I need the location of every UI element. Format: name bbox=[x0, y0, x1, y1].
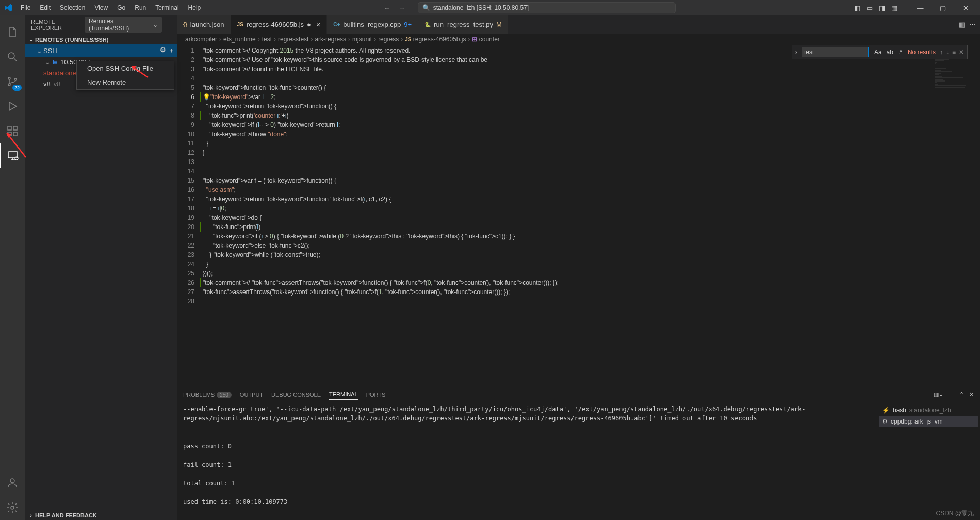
panel-tab-output[interactable]: OUTPUT bbox=[240, 389, 263, 400]
annotation-arrow-icon bbox=[130, 64, 151, 80]
svg-line-14 bbox=[133, 67, 148, 77]
breadcrumb-item[interactable]: regress bbox=[378, 36, 399, 43]
gear-icon[interactable]: ⚙ bbox=[160, 46, 166, 55]
breadcrumb-item[interactable]: JS regress-469605b.js bbox=[405, 36, 466, 43]
panel-tab-ports[interactable]: PORTS bbox=[366, 389, 386, 400]
context-new-remote[interactable]: New Remote bbox=[77, 75, 174, 89]
remote-select[interactable]: Remotes (Tunnels/SSH) ⌄ bbox=[85, 17, 162, 33]
context-open-config[interactable]: Open SSH Config File bbox=[77, 61, 174, 75]
files-icon bbox=[6, 26, 19, 38]
chevron-right-icon[interactable]: › bbox=[795, 48, 797, 56]
nav-back-icon[interactable]: ← bbox=[384, 4, 390, 12]
menubar: File Edit Selection View Go Run Terminal… bbox=[17, 2, 205, 13]
code-editor[interactable]: 1234567891011121314151617181920212223242… bbox=[177, 45, 980, 386]
tab-launch-json[interactable]: {}launch.json bbox=[177, 15, 231, 34]
annotation-arrow-icon bbox=[5, 132, 31, 163]
split-icon[interactable]: ▥⌄ bbox=[934, 391, 943, 398]
layout-left-icon[interactable]: ◧ bbox=[854, 4, 860, 12]
find-result: No results bbox=[908, 48, 936, 56]
file-icon: 🐍 bbox=[424, 22, 431, 27]
section-help[interactable]: › HELP AND FEEDBACK bbox=[25, 511, 177, 520]
svg-point-1 bbox=[8, 77, 10, 79]
change-marker bbox=[200, 278, 201, 287]
section-remotes[interactable]: ⌄ REMOTES (TUNNELS/SSH) bbox=[25, 35, 177, 44]
tab-builtins-regexp-cpp[interactable]: C+builtins_regexp.cpp9+ bbox=[327, 15, 418, 34]
activity-explorer[interactable] bbox=[0, 20, 25, 44]
breadcrumb-item[interactable]: ark-regress bbox=[315, 36, 346, 43]
panel-tab-problems[interactable]: PROBLEMS250 bbox=[183, 389, 232, 400]
panel-tab-debug-console[interactable]: DEBUG CONSOLE bbox=[271, 389, 321, 400]
breadcrumb-item[interactable]: ets_runtime bbox=[223, 36, 256, 43]
minimap[interactable] bbox=[934, 45, 980, 386]
more-icon[interactable]: ⋯ bbox=[969, 21, 976, 28]
tree-ssh[interactable]: ⌄ SSH ⚙ ＋ bbox=[25, 44, 177, 57]
split-icon[interactable]: ▥ bbox=[959, 21, 965, 28]
svg-rect-4 bbox=[8, 126, 11, 130]
svg-point-2 bbox=[8, 84, 10, 86]
breadcrumb-item[interactable]: ⊞ counter bbox=[472, 36, 499, 43]
nav-forward-icon[interactable]: → bbox=[399, 4, 405, 12]
activity-settings[interactable] bbox=[0, 495, 25, 520]
terminal-item[interactable]: ⚙cppdbg: ark_js_vm bbox=[879, 416, 978, 427]
tab-run-regress-test-py[interactable]: 🐍run_regress_test.pyM bbox=[418, 15, 509, 34]
breadcrumb-item[interactable]: test bbox=[262, 36, 272, 43]
menu-terminal[interactable]: Terminal bbox=[151, 2, 183, 13]
panel-tab-terminal[interactable]: TERMINAL bbox=[329, 389, 358, 400]
terminal-item[interactable]: ⚡bash standalone_lzh bbox=[879, 404, 978, 416]
find-menu-icon[interactable]: ≡ bbox=[952, 48, 956, 56]
menu-selection[interactable]: Selection bbox=[56, 2, 89, 13]
menu-edit[interactable]: Edit bbox=[36, 2, 55, 13]
svg-point-3 bbox=[14, 78, 17, 80]
menu-file[interactable]: File bbox=[17, 2, 35, 13]
menu-help[interactable]: Help bbox=[184, 2, 205, 13]
menu-run[interactable]: Run bbox=[130, 2, 150, 13]
breadcrumb-item[interactable]: mjsunit bbox=[352, 36, 372, 43]
activity-account[interactable] bbox=[0, 470, 25, 495]
match-case-icon[interactable]: Aa bbox=[873, 48, 884, 56]
svg-point-0 bbox=[8, 53, 14, 59]
chevron-up-icon[interactable]: ⌃ bbox=[959, 391, 964, 398]
sidebar: REMOTE EXPLORER Remotes (Tunnels/SSH) ⌄ … bbox=[25, 15, 177, 520]
next-match-icon[interactable]: ↓ bbox=[946, 48, 949, 56]
tab-regress-469605b-js[interactable]: JSregress-469605b.js●× bbox=[231, 15, 328, 34]
activity-source-control[interactable]: 22 bbox=[0, 69, 25, 94]
change-marker bbox=[200, 92, 201, 102]
svg-rect-7 bbox=[13, 126, 17, 130]
prev-match-icon[interactable]: ↑ bbox=[940, 48, 943, 56]
match-word-icon[interactable]: ab bbox=[885, 48, 895, 56]
lightbulb-icon[interactable]: 💡 bbox=[203, 93, 210, 101]
layout-grid-icon[interactable]: ▦ bbox=[891, 4, 897, 12]
activity-debug[interactable] bbox=[0, 94, 25, 119]
more-icon[interactable]: ⋯ bbox=[165, 21, 171, 28]
more-icon[interactable]: ⋯ bbox=[949, 391, 954, 398]
account-icon bbox=[6, 477, 19, 489]
activity-search[interactable] bbox=[0, 44, 25, 69]
titlebar-center: ← → 🔍 standalone_lzh [SSH: 10.50.80.57] bbox=[205, 2, 854, 13]
play-icon bbox=[6, 100, 19, 112]
breadcrumb[interactable]: arkcompiler›ets_runtime›test›regresstest… bbox=[177, 34, 980, 45]
close-icon[interactable]: × bbox=[316, 21, 320, 29]
minimize-button[interactable]: — bbox=[910, 1, 930, 15]
command-center-title: standalone_lzh [SSH: 10.50.80.57] bbox=[433, 4, 529, 11]
command-center[interactable]: 🔍 standalone_lzh [SSH: 10.50.80.57] bbox=[418, 2, 676, 13]
plus-icon[interactable]: ＋ bbox=[168, 46, 175, 55]
context-menu: Open SSH Config File New Remote bbox=[76, 61, 174, 90]
close-icon[interactable]: ✕ bbox=[959, 48, 964, 56]
tabbar: {}launch.jsonJSregress-469605b.js●×C+bui… bbox=[177, 15, 980, 34]
maximize-button[interactable]: ▢ bbox=[933, 1, 953, 15]
menu-view[interactable]: View bbox=[90, 2, 112, 13]
breadcrumb-item[interactable]: arkcompiler bbox=[185, 36, 217, 43]
close-icon[interactable]: ✕ bbox=[969, 391, 974, 398]
find-input[interactable] bbox=[802, 47, 869, 57]
close-window-button[interactable]: ✕ bbox=[955, 1, 976, 15]
menu-go[interactable]: Go bbox=[113, 2, 129, 13]
code-content[interactable]: "tok-comment">// Copyright 2015 the V8 p… bbox=[203, 45, 934, 386]
breadcrumb-item[interactable]: regresstest bbox=[278, 36, 308, 43]
change-marker bbox=[200, 111, 201, 120]
terminal-output[interactable]: --enable-force-gc=true', '--icu-data-pat… bbox=[177, 402, 877, 520]
search-icon: 🔍 bbox=[422, 4, 430, 11]
regex-icon[interactable]: .* bbox=[896, 48, 904, 56]
terminal-icon: ⚡ bbox=[882, 407, 890, 414]
layout-right-icon[interactable]: ◨ bbox=[879, 4, 885, 12]
layout-bottom-icon[interactable]: ▭ bbox=[867, 4, 873, 12]
